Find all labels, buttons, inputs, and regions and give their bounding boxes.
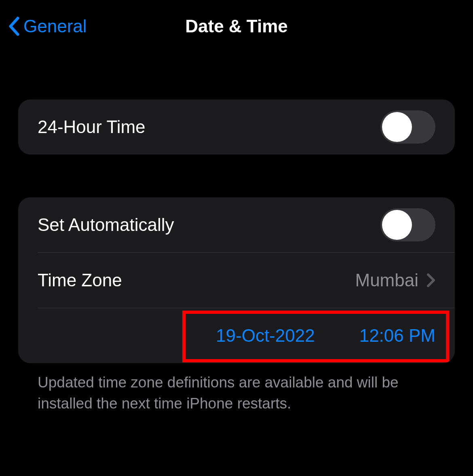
- back-label: General: [23, 16, 87, 36]
- chevron-right-icon: [427, 273, 435, 288]
- date-picker-value[interactable]: 19-Oct-2022: [216, 326, 315, 346]
- time-picker-value[interactable]: 12:06 PM: [359, 326, 435, 346]
- row-24-hour-time[interactable]: 24-Hour Time: [18, 99, 455, 154]
- footer-text: Updated time zone definitions are availa…: [18, 363, 455, 414]
- toggle-knob: [382, 210, 412, 240]
- content: 24-Hour Time Set Automatically Time Zone…: [0, 99, 473, 414]
- chevron-left-icon: [8, 17, 20, 36]
- row-label: Time Zone: [38, 270, 122, 290]
- time-zone-value: Mumbai: [355, 270, 419, 290]
- row-label: Set Automatically: [38, 215, 174, 235]
- back-button[interactable]: General: [8, 16, 87, 36]
- settings-group-datetime: Set Automatically Time Zone Mumbai 19-Oc…: [18, 197, 455, 363]
- row-label: 24-Hour Time: [38, 117, 146, 137]
- page-title: Date & Time: [185, 16, 288, 36]
- toggle-24-hour-time[interactable]: [380, 110, 435, 144]
- row-date-time: 19-Oct-2022 12:06 PM: [18, 308, 455, 363]
- row-set-automatically[interactable]: Set Automatically: [18, 197, 455, 252]
- settings-group-time-format: 24-Hour Time: [18, 99, 455, 154]
- toggle-knob: [382, 112, 412, 142]
- toggle-set-automatically[interactable]: [380, 208, 435, 241]
- nav-header: General Date & Time: [0, 0, 473, 53]
- row-detail: Mumbai: [355, 270, 436, 290]
- row-time-zone[interactable]: Time Zone Mumbai: [18, 253, 455, 308]
